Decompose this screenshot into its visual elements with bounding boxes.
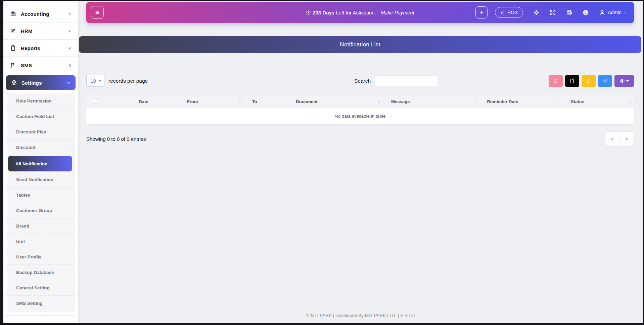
- table-toolbar: 10 records per page Search: [86, 75, 634, 87]
- user-menu-label: Admin: [608, 10, 622, 15]
- sidebar-item-hrm[interactable]: HRM: [3, 23, 78, 40]
- next-page-button[interactable]: [619, 132, 634, 146]
- sidebar-item-customer-group[interactable]: Customer Group: [7, 203, 75, 218]
- sidebar-item-custom-field-list[interactable]: Custom Field List: [7, 109, 75, 124]
- sidebar-item-label: Reports: [21, 45, 40, 51]
- chevron-right-icon: [625, 137, 629, 141]
- add-new-button[interactable]: +: [475, 6, 488, 18]
- chevron-left-icon: [68, 29, 72, 33]
- lock-icon: [500, 10, 505, 15]
- sidebar: Accounting HRM Reports SMS Settings: [3, 1, 78, 323]
- flag-icon: [10, 62, 16, 68]
- sidebar-item-brand[interactable]: Brand: [7, 218, 75, 234]
- sidebar-item-all-notification[interactable]: All Notification: [8, 156, 72, 171]
- empty-row: No data available in table: [86, 108, 634, 124]
- page-title: Notification List: [340, 41, 380, 48]
- chevron-down-icon: [66, 81, 71, 85]
- activation-text: Left for Activation.: [336, 10, 376, 15]
- print-icon: [602, 78, 608, 84]
- sidebar-item-settings[interactable]: Settings: [6, 75, 76, 90]
- file-lines-icon: [586, 78, 591, 84]
- records-per-page-label: records per page: [108, 78, 148, 84]
- language-globe-icon[interactable]: [583, 9, 589, 16]
- printer-icon[interactable]: [566, 9, 572, 16]
- file-icon: [569, 78, 575, 84]
- sort-icon: ↑↓: [238, 100, 241, 104]
- copyright-text: © MIT PARK | Developed By MIT PARK LTD. …: [306, 313, 415, 318]
- export-csv-button[interactable]: [582, 75, 596, 87]
- caret-down-icon: [626, 80, 629, 82]
- sidebar-item-discount[interactable]: Discount: [7, 140, 75, 155]
- content-area: 10 records per page Search: [86, 53, 634, 146]
- table-header-row: Date From↑↓ To Document↑↓ Message↑↓ Remi…: [86, 95, 634, 108]
- sidebar-item-sms-setting[interactable]: SMS Setting: [7, 296, 75, 311]
- make-payment-link[interactable]: Make Payment: [381, 10, 414, 15]
- chevron-left-icon: [68, 12, 72, 16]
- user-menu[interactable]: Admin: [599, 9, 627, 16]
- chevron-left-icon: [68, 63, 72, 68]
- export-copy-button[interactable]: [565, 75, 579, 87]
- sidebar-item-backup-database[interactable]: Backup Database: [7, 265, 75, 280]
- caret-down-icon: [98, 80, 101, 82]
- settings-submenu: Role Permission Custom Field List Discou…: [7, 93, 75, 312]
- sidebar-item-label: Settings: [21, 80, 42, 86]
- chevron-left-icon: [610, 137, 614, 141]
- pos-label: POS: [507, 10, 518, 15]
- sidebar-item-discount-plan[interactable]: Discount Plan: [7, 124, 75, 140]
- sidebar-divider: [5, 315, 77, 316]
- app-window: Accounting HRM Reports SMS Settings: [3, 1, 643, 323]
- gear-icon: [11, 80, 17, 86]
- top-header-bar: 233 Days Left for Activation. Make Payme…: [86, 2, 634, 23]
- report-icon: [10, 45, 16, 51]
- chevron-left-icon: [68, 46, 72, 50]
- search-input[interactable]: [374, 76, 439, 86]
- sort-icon: ↑↓: [629, 100, 631, 104]
- chevron-down-icon: [624, 11, 627, 14]
- briefcase-icon: [10, 11, 16, 17]
- print-button[interactable]: [598, 75, 612, 87]
- select-all-checkbox[interactable]: [93, 98, 98, 104]
- sidebar-item-accounting[interactable]: Accounting: [3, 5, 78, 23]
- main-area: 233 Days Left for Activation. Make Payme…: [78, 1, 643, 323]
- menu-icon: [95, 10, 100, 15]
- column-header-from[interactable]: From↑↓: [179, 95, 244, 108]
- sidebar-item-user-profile[interactable]: User Profile: [7, 249, 75, 265]
- column-visibility-button[interactable]: [614, 75, 634, 87]
- footer: © MIT PARK | Developed By MIT PARK LTD. …: [78, 313, 643, 323]
- sort-icon: ↑↓: [377, 100, 380, 104]
- sidebar-item-label: HRM: [21, 28, 33, 34]
- fullscreen-icon[interactable]: [550, 9, 556, 16]
- sidebar-item-reports[interactable]: Reports: [3, 40, 78, 57]
- no-data-message: No data available in table: [86, 108, 634, 124]
- sidebar-item-unit[interactable]: Unit: [7, 234, 75, 249]
- clock-icon: [306, 10, 311, 15]
- sidebar-item-sms[interactable]: SMS: [3, 57, 78, 74]
- previous-page-button[interactable]: [605, 132, 619, 146]
- entries-summary: Showing 0 to 0 of 0 entries: [86, 136, 146, 142]
- column-header-to: To: [244, 95, 288, 108]
- theme-toggle-sun-icon[interactable]: [533, 9, 540, 16]
- pos-button[interactable]: POS: [495, 7, 523, 18]
- sidebar-item-tables[interactable]: Tables: [7, 188, 75, 203]
- column-header-document[interactable]: Document↑↓: [288, 95, 383, 108]
- sidebar-item-label: SMS: [21, 63, 32, 68]
- page-size-value: 10: [91, 78, 96, 84]
- sort-icon: ↑↓: [557, 100, 559, 104]
- column-header-reminder-date[interactable]: Reminder Date↑↓: [479, 95, 563, 108]
- sidebar-toggle-button[interactable]: [91, 6, 104, 19]
- sidebar-item-role-permission[interactable]: Role Permission: [7, 93, 75, 109]
- sidebar-item-general-setting[interactable]: General Setting: [7, 280, 75, 296]
- users-icon: [10, 28, 16, 34]
- column-header-date: Date: [131, 95, 179, 108]
- sidebar-item-send-notification[interactable]: Send Notification: [7, 172, 75, 188]
- page-size-select[interactable]: 10: [86, 75, 104, 87]
- sidebar-item-label: Accounting: [21, 11, 49, 17]
- eye-icon: [619, 78, 625, 84]
- notification-table: Date From↑↓ To Document↑↓ Message↑↓ Remi…: [86, 95, 634, 124]
- export-pdf-button[interactable]: [549, 75, 563, 87]
- user-icon: [599, 9, 605, 16]
- column-header-message[interactable]: Message↑↓: [383, 95, 479, 108]
- pdf-file-icon: [553, 78, 558, 84]
- sort-icon: ↑↓: [473, 100, 476, 104]
- column-header-status[interactable]: Status↑↓: [563, 95, 634, 108]
